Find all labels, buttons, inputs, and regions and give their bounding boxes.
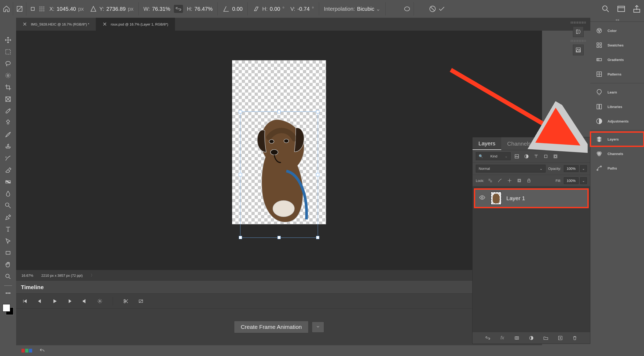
rectangle-tool-icon[interactable] — [3, 248, 13, 257]
timeline-settings-icon[interactable] — [96, 297, 104, 305]
blend-mode-select[interactable]: Normal⌄ — [476, 165, 546, 172]
colored-swatches-icon[interactable] — [21, 349, 32, 353]
transform-handle[interactable] — [277, 110, 281, 113]
layer-filter-select[interactable]: 🔍Kind⌄ — [476, 152, 511, 160]
dodge-tool-icon[interactable] — [3, 201, 13, 210]
transform-handle[interactable] — [239, 173, 242, 176]
transition-icon[interactable] — [137, 297, 145, 305]
transform-handle[interactable] — [316, 236, 319, 239]
zoom-tool-icon[interactable] — [3, 272, 13, 281]
create-animation-dropdown[interactable] — [312, 322, 324, 333]
panel-item-adjustments[interactable]: Adjustments — [590, 114, 644, 128]
lock-position-icon[interactable] — [506, 177, 513, 184]
share-icon[interactable] — [632, 4, 641, 13]
close-tab-icon[interactable]: ✕ — [23, 21, 27, 27]
quick-select-tool-icon[interactable] — [3, 71, 13, 80]
transform-handle[interactable] — [239, 110, 242, 113]
fill-value[interactable]: 100% — [564, 177, 579, 184]
anchor-point-icon[interactable] — [29, 5, 36, 13]
eyedropper-tool-icon[interactable] — [3, 106, 13, 116]
filter-smartobj-icon[interactable] — [552, 153, 559, 160]
lock-artboard-icon[interactable] — [516, 177, 523, 184]
undo-icon[interactable] — [38, 346, 47, 355]
panel-item-gradients[interactable]: Gradients — [590, 52, 644, 67]
lock-image-icon[interactable] — [496, 177, 503, 184]
transform-handle[interactable] — [277, 236, 281, 239]
lock-transparency-icon[interactable] — [487, 177, 494, 184]
crop-tool-icon[interactable] — [3, 83, 13, 92]
status-menu-icon[interactable]: 〉 — [91, 273, 94, 278]
visibility-toggle-icon[interactable] — [478, 194, 486, 202]
panel-item-color[interactable]: Color — [590, 23, 644, 38]
brush-tool-icon[interactable] — [3, 130, 13, 139]
filter-type-icon[interactable] — [533, 153, 540, 160]
next-frame-icon[interactable] — [66, 297, 74, 305]
x-value[interactable]: 1045.40 — [57, 6, 76, 12]
panel-item-patterns[interactable]: Patterns — [590, 67, 644, 81]
workspace-icon[interactable] — [617, 4, 626, 13]
gradient-tool-icon[interactable] — [3, 177, 13, 186]
document-tab[interactable]: ✕ IMG_5928.HEIC @ 16.7% (RGB/8*) * — [16, 18, 96, 31]
clone-stamp-tool-icon[interactable] — [3, 142, 13, 151]
layer-fx-icon[interactable]: fx — [499, 334, 506, 342]
collapsed-panel-icon[interactable] — [573, 26, 584, 37]
panel-item-learn[interactable]: Learn — [590, 85, 644, 99]
panel-item-libraries[interactable]: Libraries — [590, 99, 644, 114]
reference-point-icon[interactable] — [16, 5, 23, 13]
lock-all-icon[interactable] — [525, 177, 532, 184]
layer-name[interactable]: Layer 1 — [506, 195, 525, 202]
y-value[interactable]: 2736.89 — [106, 6, 126, 12]
new-group-icon[interactable] — [542, 334, 550, 342]
color-swatch-stack[interactable] — [3, 304, 13, 315]
panel-item-channels[interactable]: Channels — [590, 146, 644, 161]
panel-drag-handle[interactable] — [571, 21, 586, 24]
marquee-tool-icon[interactable] — [3, 47, 13, 56]
panel-drag-handle[interactable] — [571, 40, 586, 42]
layers-tab[interactable]: Layers — [473, 137, 501, 150]
collapse-panel-icon[interactable]: » — [571, 139, 580, 148]
filter-adjustment-icon[interactable] — [523, 153, 530, 160]
split-clip-icon[interactable] — [122, 297, 130, 305]
opacity-value[interactable]: 100% — [564, 165, 579, 172]
transform-bounding-box[interactable] — [240, 112, 318, 238]
canvas-area[interactable] — [16, 31, 542, 270]
delete-layer-icon[interactable] — [571, 334, 579, 342]
filter-shape-icon[interactable] — [542, 153, 549, 160]
create-frame-animation-button[interactable]: Create Frame Animation — [234, 321, 309, 333]
skew-h-value[interactable]: 0.00 — [270, 6, 280, 12]
prev-frame-icon[interactable] — [36, 297, 43, 305]
channels-tab[interactable]: Channels — [501, 137, 537, 150]
fill-dropdown[interactable]: ⌄ — [580, 177, 587, 184]
collapse-arrows-icon[interactable]: ◂◂ — [590, 18, 644, 21]
lasso-tool-icon[interactable] — [3, 59, 13, 68]
panel-menu-icon[interactable]: ≡ — [580, 139, 590, 148]
collapsed-panel-icon[interactable] — [573, 45, 584, 55]
rotation-value[interactable]: 0.00 — [232, 6, 243, 12]
type-tool-icon[interactable] — [3, 225, 13, 234]
edit-toolbar-icon[interactable] — [3, 289, 13, 298]
history-brush-tool-icon[interactable] — [3, 154, 13, 163]
layer-row[interactable]: Layer 1 — [475, 189, 588, 207]
h-value[interactable]: 76.47% — [194, 6, 213, 12]
blur-tool-icon[interactable] — [3, 189, 13, 198]
commit-transform-icon[interactable] — [438, 5, 445, 13]
document-tab[interactable]: ✕ roux.psd @ 16.7% (Layer 1, RGB/8*) — [96, 18, 175, 31]
add-mask-icon[interactable] — [513, 334, 521, 342]
transform-handle[interactable] — [316, 173, 319, 176]
transform-handle[interactable] — [316, 110, 319, 113]
transform-handle[interactable] — [239, 236, 242, 239]
eraser-tool-icon[interactable] — [3, 166, 13, 175]
layer-thumbnail[interactable] — [491, 192, 502, 205]
home-icon[interactable] — [3, 5, 10, 13]
filter-image-icon[interactable] — [513, 153, 520, 160]
interpolation-select[interactable]: Bicubic — [357, 6, 380, 12]
adjustment-layer-icon[interactable] — [528, 334, 535, 342]
aspect-link-button[interactable] — [174, 5, 183, 13]
w-value[interactable]: 76.31% — [152, 6, 170, 12]
skew-v-value[interactable]: -0.74 — [297, 6, 310, 12]
cancel-transform-icon[interactable] — [429, 5, 436, 13]
panel-item-paths[interactable]: Paths — [590, 161, 644, 175]
link-layers-icon[interactable] — [484, 334, 492, 342]
warp-icon[interactable] — [403, 5, 411, 13]
mute-audio-icon[interactable] — [81, 297, 89, 305]
